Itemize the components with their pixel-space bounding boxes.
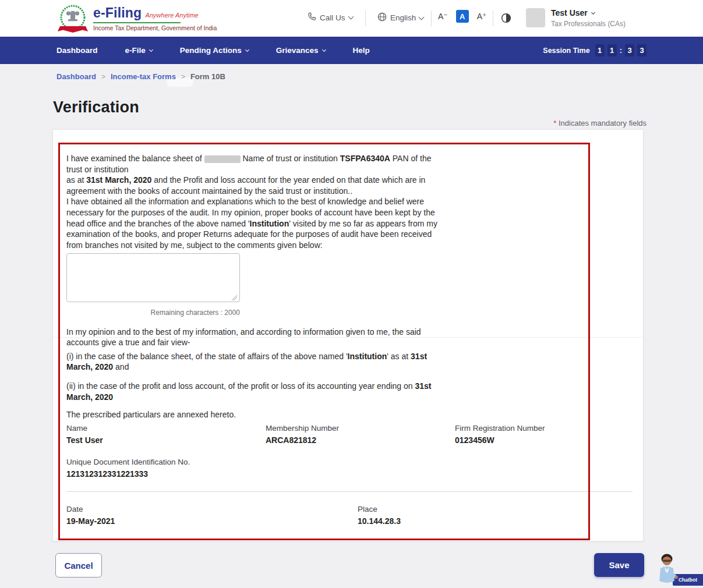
session-digit: 1 [607,44,617,56]
nav-item-grievances[interactable]: Grievances [276,46,326,55]
breadcrumb-income-tax-forms[interactable]: Income-tax Forms [111,72,176,81]
paragraph-balance-sheet: I have examined the balance sheet of Nam… [66,153,445,175]
verification-card: I have examined the balance sheet of Nam… [52,129,644,541]
session-time-label: Session Time [543,47,589,55]
nav-item-help[interactable]: Help [353,46,370,55]
comments-textarea[interactable] [66,253,240,302]
place-label: Place [358,505,401,513]
field-firm-registration: Firm Registration Number 0123456W [455,424,545,445]
avatar [526,8,545,27]
date-value: 19-May-2021 [66,516,115,526]
font-default-button[interactable]: A [456,10,469,23]
session-digit: 3 [625,44,634,56]
breadcrumb-current: Form 10B [190,72,225,81]
name-label: Name [66,424,103,433]
fields-divider [66,491,633,492]
mandatory-note: * Indicates mandatory fields [0,119,647,127]
main-navbar: Dashboard e-File Pending Actions Grievan… [0,37,703,64]
paragraph-as-at: as at 31st March, 2020 and the Profit an… [66,175,445,196]
chatbot-widget[interactable]: Chatbot [654,555,703,588]
nav-label: e-File [125,46,146,55]
nav-label: Pending Actions [180,46,242,55]
session-timer: Session Time 1 1 : 3 3 [543,37,647,64]
firm-registration-label: Firm Registration Number [455,424,545,433]
place-value: 10.144.28.3 [358,516,401,526]
nav-item-efile[interactable]: e-File [125,46,153,55]
membership-number-label: Membership Number [266,424,339,433]
brand-title: e-Filing [93,5,142,21]
cancel-button[interactable]: Cancel [55,553,102,578]
nav-label: Grievances [276,46,319,55]
user-role: Tax Professionals (CAs) [551,20,626,28]
membership-number-value: ARCA821812 [266,435,339,445]
paragraph-obtained-info: I have obtained all the information and … [66,196,445,250]
globe-icon [377,12,387,23]
paragraph-opinion: In my opinion and to the best of my info… [66,327,445,348]
chevron-down-icon [591,10,595,14]
contrast-toggle[interactable] [501,13,511,26]
breadcrumb-separator: > [181,73,185,81]
session-digit: 1 [595,44,605,56]
user-name: Test User [551,8,588,17]
nav-label: Dashboard [56,46,98,55]
font-decrease-button[interactable]: A⁻ [438,12,448,21]
nav-item-pending-actions[interactable]: Pending Actions [180,46,249,55]
brand-underline [93,22,181,23]
field-name: Name Test User [66,424,103,445]
chevron-down-icon [419,14,425,20]
nav-item-dashboard[interactable]: Dashboard [56,46,98,55]
paragraph-annexed: The prescribed particulars are annexed h… [66,409,445,420]
save-button[interactable]: Save [594,553,644,577]
chatbot-avatar-icon [655,553,679,588]
field-udin: Unique Document Identification No. 12131… [66,458,190,479]
font-size-controls: A⁻ A A⁺ [438,10,486,23]
paragraph-balance-sheet-i: (i) in the case of the balance sheet, of… [66,351,445,373]
phone-icon [308,12,316,23]
session-digit: 3 [637,44,647,56]
national-emblem-icon [57,3,89,38]
session-colon: : [620,46,622,55]
org-subtitle: Income Tax Department, Government of Ind… [93,24,217,31]
chevron-down-icon [322,48,326,52]
font-increase-button[interactable]: A⁺ [477,12,487,21]
udin-value: 121312312331221333 [66,469,190,479]
chevron-down-icon [348,14,354,20]
name-value: Test User [66,435,103,445]
udin-label: Unique Document Identification No. [66,458,190,466]
language-menu[interactable]: English [377,12,423,23]
brand-tagline: Anywhere Anytime [145,12,198,19]
field-date: Date 19-May-2021 [66,505,115,526]
breadcrumb: Dashboard > Income-tax Forms > Form 10B [56,72,225,81]
redacted-trust-name [204,155,241,163]
remaining-characters: Remaining characters : 2000 [66,307,240,318]
nav-label: Help [353,46,370,55]
chevron-down-icon [245,48,249,52]
verification-text: I have examined the balance sheet of Nam… [66,153,445,420]
breadcrumb-dashboard[interactable]: Dashboard [56,72,96,81]
efiling-logo: e-Filing Anywhere Anytime Income Tax Dep… [57,3,217,38]
header-divider [493,10,493,26]
date-label: Date [66,505,115,513]
header-divider [431,10,432,26]
pan-value: TSFPA6340A [340,154,390,163]
call-us-menu[interactable]: Call Us [308,12,353,23]
mandatory-text: Indicates mandatory fields [556,119,647,127]
user-menu[interactable]: Test User Tax Professionals (CAs) [526,8,626,28]
call-us-label: Call Us [320,13,345,22]
field-membership-number: Membership Number ARCA821812 [266,424,339,445]
firm-registration-value: 0123456W [455,435,545,445]
header-divider [365,10,366,26]
field-place: Place 10.144.28.3 [358,505,401,526]
top-header: e-Filing Anywhere Anytime Income Tax Dep… [0,0,703,37]
language-label: English [390,13,416,22]
chevron-down-icon [149,48,153,52]
page-title: Verification [53,98,139,116]
paragraph-profit-loss-ii: (ii) in the case of the profit and loss … [66,381,445,402]
breadcrumb-separator: > [101,73,105,81]
